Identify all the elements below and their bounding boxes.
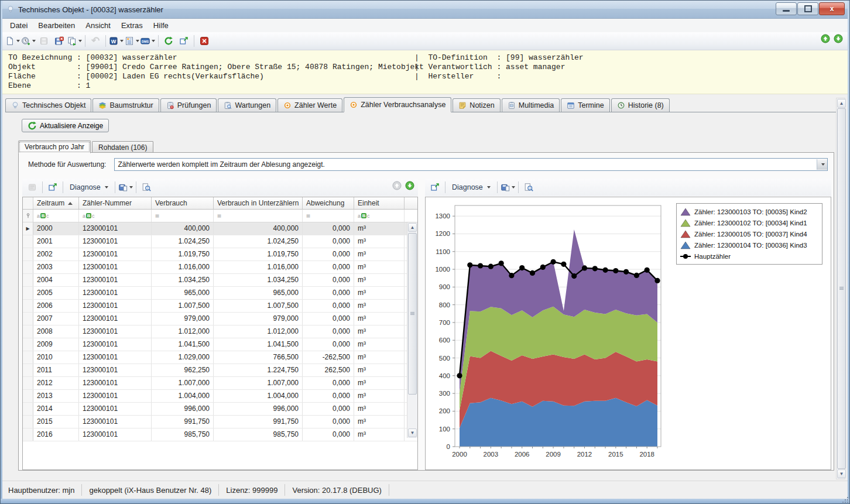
filter-cell[interactable]: = [214,210,303,222]
column-header-zeitraum[interactable]: Zeitraum [33,197,79,209]
filter-cell[interactable]: aBc [79,210,152,222]
tab-termine[interactable]: Termine [561,98,609,112]
chevron-down-icon[interactable] [32,40,36,42]
tab-technisches-objekt[interactable]: Technisches Objekt [5,98,91,112]
filter-cell[interactable]: aBc [33,210,79,222]
filter-cell[interactable]: = [152,210,214,222]
table-toolbar: Diagnose [22,179,418,196]
save-layout-button[interactable] [501,180,515,194]
table-row-2009[interactable]: 20091230001011.041,5001.041,5000,000m³ [23,338,417,351]
table-row-2010[interactable]: 20101230001011.029,000766,500-262,500m³ [23,351,417,364]
method-combobox[interactable]: Zählerwerte werden komplett im Zeitraum … [114,158,828,171]
detach-window-button[interactable] [177,34,191,48]
nav-down-button[interactable] [405,181,414,190]
tab-notizen[interactable]: Notizen [453,98,500,112]
list-view-button[interactable] [125,34,139,48]
chevron-down-icon[interactable] [129,186,133,188]
chevron-down-icon[interactable] [512,186,515,188]
undo-button: ↶ [88,34,102,48]
close-window-button[interactable]: x [819,2,845,15]
nav-down-button[interactable] [834,34,843,43]
nav-up-disabled-icon [392,181,402,190]
detach-window-button[interactable] [46,180,60,194]
menu-item-hilfe[interactable]: Hilfe [148,19,174,32]
table-row-2004[interactable]: 20041230001011.034,2501.034,2500,000m³ [23,274,417,287]
column-header-abweichung[interactable]: Abweichung [303,197,354,209]
chevron-down-icon[interactable] [136,40,139,42]
combobox-dropdown-button[interactable] [817,159,827,170]
subtab-rohdaten-106-[interactable]: Rohdaten (106) [92,141,153,153]
table-row-2002[interactable]: 20021230001011.019,7501.019,7500,000m³ [23,248,417,261]
table-row-2008[interactable]: 20081230001011.012,0001.012,0000,000m³ [23,325,417,338]
table-row-2015[interactable]: 2015123000101991,750991,7500,000m³ [23,416,417,428]
column-header-einheit[interactable]: Einheit [354,197,405,209]
word-export-button[interactable]: W [109,34,124,48]
page-scrollbar[interactable]: ▲ ▼ [836,98,845,479]
table-row-2012[interactable]: 20121230001011.007,0001.007,0000,000m³ [23,377,417,390]
print-preview-button[interactable] [522,180,536,194]
refresh-display-button[interactable]: Aktualisiere Anzeige [22,119,109,132]
scroll-up-button[interactable]: ▲ [408,223,417,232]
table-scrollbar[interactable]: ▲ ▼ [407,222,417,438]
refresh-icon [28,121,37,131]
minimize-button[interactable] [776,2,797,15]
scroll-down-button[interactable]: ▼ [408,428,417,437]
chevron-down-icon[interactable] [152,40,155,42]
nav-up-button[interactable] [821,34,830,43]
menu-item-ansicht[interactable]: Ansicht [80,19,116,32]
diagnose-dropdown-button[interactable]: Diagnose [448,182,495,193]
menu-item-datei[interactable]: Datei [5,19,33,32]
resize-grip[interactable] [841,496,848,503]
scroll-up-button[interactable]: ▲ [837,99,846,108]
cell: m³ [354,364,405,376]
tab-historie-8-[interactable]: Historie (8) [611,98,670,112]
table-row-2000[interactable]: ▶2000123000101400,000400,0000,000m³ [23,222,417,235]
detach-window-button[interactable] [428,180,442,194]
table-row-2014[interactable]: 2014123000101996,000996,0000,000m³ [23,403,417,416]
filter-cell[interactable]: aBc [354,210,405,222]
filter-cell[interactable]: = [303,210,354,222]
save-delete-button[interactable] [52,34,66,48]
filter-pin-icon[interactable] [23,210,33,222]
table-row-2016[interactable]: 2016123000101985,750985,7500,000m³ [23,428,417,441]
column-header-zähler-nummer[interactable]: Zähler-Nummer [79,197,152,209]
tab-baumstruktur[interactable]: Baumstruktur [92,98,159,112]
save-layout-button[interactable] [118,180,133,194]
table-row-2001[interactable]: 20011230001011.024,2501.024,2500,000m³ [23,235,417,248]
consumption-table: ZeitraumZähler-NummerVerbrauchVerbrauch … [23,197,417,469]
restore-button[interactable] [797,2,818,15]
close-red-button[interactable] [197,34,211,48]
new-document-button[interactable] [5,34,20,48]
chevron-down-icon[interactable] [120,40,124,42]
subtab-verbrauch-pro-jahr[interactable]: Verbrauch pro Jahr [18,140,91,153]
column-header-verbrauch[interactable]: Verbrauch [152,197,214,209]
menu-item-extras[interactable]: Extras [116,19,148,32]
chevron-down-icon[interactable] [78,40,82,42]
menu-item-bearbeiten[interactable]: Bearbeiten [33,19,80,32]
table-row-2005[interactable]: 2005123000101965,000965,0000,000m³ [23,287,417,300]
tab-zähler-werte[interactable]: Zähler Werte [277,98,342,112]
table-row-2013[interactable]: 20131230001011.004,0001.004,0000,000m³ [23,390,417,403]
column-header-verbrauch-in-unterzählern[interactable]: Verbrauch in Unterzählern [214,197,303,209]
chevron-down-icon[interactable] [16,40,20,42]
table-row-2011[interactable]: 2011123000101962,2501.224,750262,500m³ [23,364,417,377]
history-clock-button[interactable] [21,34,36,48]
tab-prüfungen[interactable]: Prüfungen [160,98,217,112]
table-row-2006[interactable]: 20061230001011.007,5001.007,5000,000m³ [23,300,417,313]
pin-card-button [25,180,39,194]
legend-item: Zähler: 123000102 TO: [00034] Kind1 [680,217,818,228]
scrollbar-thumb[interactable] [408,233,417,395]
tab-label: Termine [578,101,604,109]
tab-wartungen[interactable]: Wartungen [218,98,276,112]
table-row-2007[interactable]: 2007123000101979,000979,0000,000m³ [23,313,417,325]
scrollbar-thumb[interactable] [837,108,846,469]
tab-zähler-verbrauchsanalyse[interactable]: Zähler Verbrauchsanalyse [344,97,451,112]
refresh-button[interactable] [162,34,176,48]
print-preview-button[interactable] [139,180,153,194]
diagnose-dropdown-button[interactable]: Diagnose [66,182,112,193]
scroll-down-button[interactable]: ▼ [837,469,846,478]
tab-multimedia[interactable]: Multimedia [502,98,560,112]
table-row-2003[interactable]: 20031230001011.016,0001.016,0000,000m³ [23,261,417,274]
dms-button[interactable]: DMS [140,34,155,48]
copy-export-button[interactable] [67,34,82,48]
